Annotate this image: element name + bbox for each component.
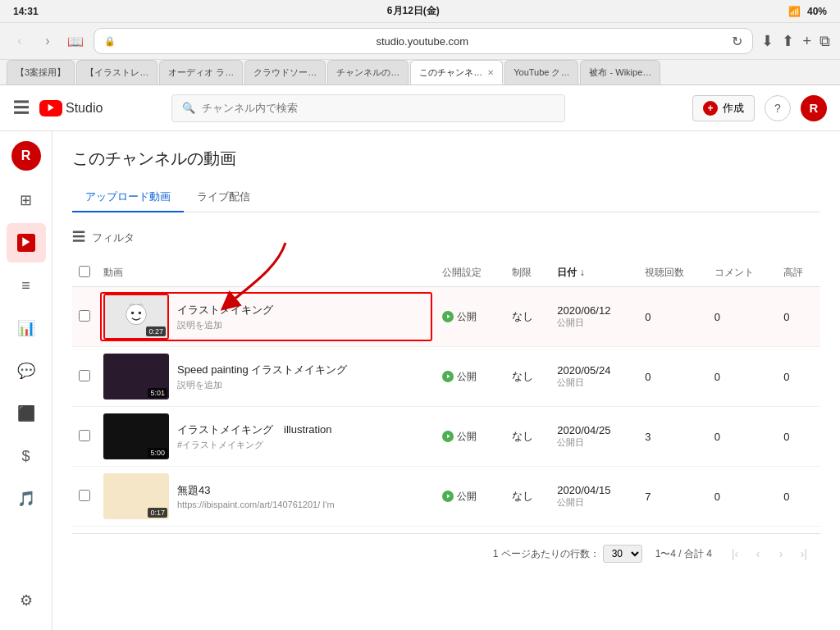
restriction-cell: なし <box>505 407 550 467</box>
reload-button[interactable]: ↻ <box>732 34 742 49</box>
table-row: 0:17無題43https://ibispaint.com/art/140761… <box>72 467 820 527</box>
help-icon: ? <box>774 102 781 115</box>
reader-view-button[interactable]: 📖 <box>66 31 85 51</box>
date-cell: 2020/04/15公開日 <box>550 467 638 527</box>
comments-icon: ≡ <box>21 277 30 294</box>
last-page-button[interactable]: ›| <box>794 544 814 564</box>
create-button[interactable]: + 作成 <box>692 95 755 121</box>
restriction-cell: なし <box>505 287 550 347</box>
browser-tab-3[interactable]: クラウドソー… <box>244 60 326 84</box>
url-text: studio.youtube.com <box>121 35 724 48</box>
browser-tab-2[interactable]: オーディオ ラ… <box>159 60 243 84</box>
visibility-cell: 公開 <box>436 347 504 407</box>
first-page-button[interactable]: |‹ <box>725 544 745 564</box>
video-desc: 説明を追加 <box>177 319 273 331</box>
visibility-cell: 公開 <box>436 407 504 467</box>
video-duration: 0:27 <box>146 326 166 336</box>
visibility-dot <box>442 491 454 502</box>
sidebar-avatar[interactable]: R <box>11 141 41 171</box>
sidebar-item-videos[interactable]: ▶ <box>7 223 46 262</box>
video-cell[interactable]: 5:00イラストメイキング illustration#イラストメイキング <box>97 407 436 467</box>
sidebar-item-audio[interactable]: 🎵 <box>7 479 46 518</box>
col-views: 視聴回数 <box>638 259 707 287</box>
likes-cell: 0 <box>777 407 820 467</box>
col-likes: 高評 <box>777 259 820 287</box>
views-cell: 0 <box>638 347 707 407</box>
filter-icon[interactable]: ☰ <box>72 229 85 246</box>
sidebar-item-subtitles[interactable]: ⬛ <box>7 394 46 433</box>
sidebar-item-comments[interactable]: ≡ <box>7 266 46 305</box>
main-content: このチャンネルの動画 アップロード動画 ライブ配信 ☰ フィルタ <box>52 131 840 630</box>
tab-live[interactable]: ライブ配信 <box>184 183 263 212</box>
help-button[interactable]: ? <box>765 95 791 121</box>
tab-close-button[interactable]: ✕ <box>487 68 494 77</box>
header-avatar[interactable]: R <box>801 95 827 121</box>
row-checkbox[interactable] <box>79 310 90 322</box>
video-thumbnail: 0:27 <box>103 294 169 340</box>
browser-tab-4[interactable]: チャンネルの… <box>327 60 409 84</box>
back-button[interactable]: ‹ <box>10 31 30 51</box>
filter-label[interactable]: フィルタ <box>92 231 135 245</box>
settings-icon: ⚙ <box>20 591 33 609</box>
tabs-overview-button[interactable]: ⧉ <box>819 33 830 50</box>
visibility-label: 公開 <box>457 370 477 384</box>
comments-cell: 0 <box>708 407 777 467</box>
browser-tab-1[interactable]: 【イラストレ… <box>76 60 158 84</box>
date-main: 2020/04/15 <box>557 484 632 496</box>
video-cell[interactable]: 0:27イラストメイキング説明を追加 <box>97 287 436 347</box>
forward-button[interactable]: › <box>38 31 57 51</box>
status-right: 📶 40% <box>788 6 827 17</box>
select-all-checkbox[interactable] <box>79 266 90 277</box>
pagination: 1 ページあたりの行数： 30 1〜4 / 合計 4 |‹ ‹ › ›| <box>72 533 820 573</box>
browser-chrome: ‹ › 📖 🔒 studio.youtube.com ↻ ⬇ ⬆ + ⧉ 【3案… <box>0 23 840 85</box>
studio-label: Studio <box>66 101 103 116</box>
date-main: 2020/04/25 <box>557 424 632 436</box>
search-input[interactable] <box>202 102 555 114</box>
sidebar-item-monetization[interactable]: $ <box>7 436 46 476</box>
video-thumbnail: 0:17 <box>103 473 169 519</box>
date-main: 2020/05/24 <box>557 364 632 377</box>
rows-per-page-dropdown[interactable]: 30 <box>603 545 642 563</box>
next-page-button[interactable]: › <box>771 544 791 564</box>
sidebar-item-chat[interactable]: 💬 <box>7 351 46 390</box>
row-checkbox[interactable] <box>79 490 90 501</box>
analytics-icon: 📊 <box>17 319 35 337</box>
browser-tabs: 【3案採用】【イラストレ…オーディオ ラ…クラウドソー…チャンネルの…このチャン… <box>0 59 840 84</box>
date-cell: 2020/05/24公開日 <box>550 347 638 407</box>
comments-cell: 0 <box>708 467 777 527</box>
video-duration: 5:01 <box>148 388 167 398</box>
views-cell: 7 <box>638 467 707 527</box>
nav-actions: ⬇ ⬆ + ⧉ <box>761 32 830 50</box>
visibility-label: 公開 <box>457 430 477 444</box>
video-cell[interactable]: 0:17無題43https://ibispaint.com/art/140761… <box>97 467 436 527</box>
visibility-cell: 公開 <box>436 287 504 347</box>
row-checkbox[interactable] <box>79 370 90 381</box>
sidebar-item-analytics[interactable]: 📊 <box>7 308 46 348</box>
browser-tab-0[interactable]: 【3案採用】 <box>7 60 75 84</box>
col-date[interactable]: 日付 ↓ <box>550 259 638 287</box>
youtube-icon: ▶ <box>39 100 62 116</box>
address-bar[interactable]: 🔒 studio.youtube.com ↻ <box>94 28 753 54</box>
browser-tab-7[interactable]: 被布 - Wikipe… <box>580 60 660 84</box>
tab-uploaded[interactable]: アップロード動画 <box>72 183 184 212</box>
sidebar-item-settings[interactable]: ⚙ <box>7 581 46 620</box>
video-title: Speed painting イラストメイキング <box>177 363 347 377</box>
share-button[interactable]: ⬆ <box>782 32 794 50</box>
create-label: 作成 <box>723 101 744 116</box>
browser-tab-5[interactable]: このチャンネ…✕ <box>410 60 503 84</box>
visibility-dot <box>442 431 454 442</box>
row-checkbox[interactable] <box>79 430 90 441</box>
status-bar: 14:31 6月12日(金) 📶 40% <box>0 0 840 23</box>
sidebar-item-dashboard[interactable]: ⊞ <box>7 180 46 220</box>
video-cell[interactable]: 5:01Speed painting イラストメイキング説明を追加 <box>97 347 436 407</box>
prev-page-button[interactable]: ‹ <box>748 544 768 564</box>
header-actions: + 作成 ? R <box>692 95 827 121</box>
search-bar[interactable]: 🔍 <box>171 94 565 122</box>
sidebar-item-feedback[interactable]: ! <box>7 623 46 630</box>
download-button[interactable]: ⬇ <box>761 32 774 50</box>
add-tab-button[interactable]: + <box>802 33 811 50</box>
table-row: 0:27イラストメイキング説明を追加公開なし2020/06/12公開日000 <box>72 287 820 347</box>
menu-button[interactable]: ☰ <box>13 97 30 119</box>
visibility-dot <box>442 311 454 322</box>
browser-tab-6[interactable]: YouTube ク… <box>504 60 578 84</box>
